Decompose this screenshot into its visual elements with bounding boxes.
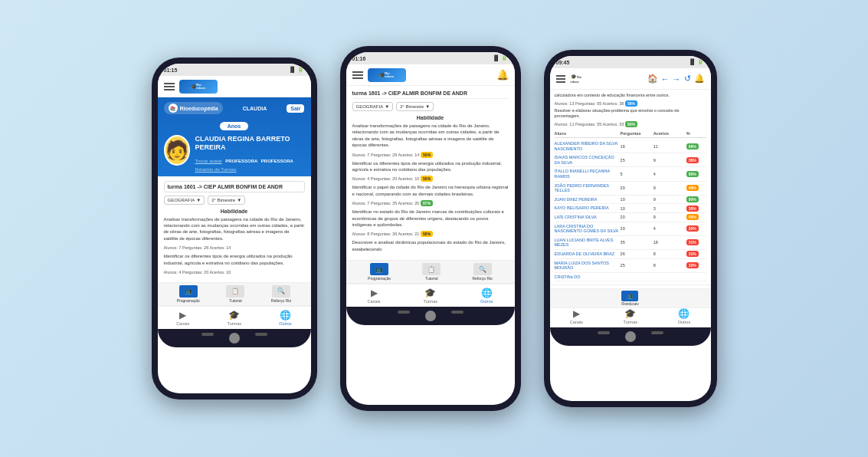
table-row: JUAN DINIZ PEREIRA 10 9 90% (555, 196, 706, 205)
home-btn-2[interactable] (425, 311, 436, 321)
student-name-0: ALEXANDER RIBEIRO DA SILVA NASCIMENTO (555, 141, 621, 151)
table-header-3: Aluno Perguntas Acertos % (555, 130, 706, 138)
top-row-1: 📚 Rioeducopédia CLAUDIA Sair (164, 102, 305, 114)
nav-outros-2[interactable]: 🌐 Outros (480, 288, 493, 304)
stats-row-2-1: Alunos: 7 Perguntas: 28 Acertos: 14 50% (352, 152, 509, 157)
logo-1: 🎓 Rioeduca (179, 80, 218, 94)
home-btn-3[interactable] (625, 331, 636, 342)
footer-programacao[interactable]: 📺 Programação (177, 285, 200, 303)
logo-3: 🎓 Rioeduca (568, 72, 584, 85)
nav-turmas-1[interactable]: 🎓 Turmas (228, 310, 241, 326)
back-btn-3[interactable] (598, 331, 610, 334)
student-name-5: KAYO BELISARIO PEREIRA (555, 205, 621, 211)
table-row: ITALLO RIANELLI PEÇANHA RAMOS 5 4 80% (555, 167, 706, 181)
habilidade-text-2: Identificar os diferentes tipos de energ… (164, 253, 305, 266)
canais-icon-3: ▶ (573, 308, 580, 319)
rioeduco-badge: 📚 Rioeducopédia (164, 102, 223, 114)
stats-row-3-1: Alunos: 13 Perguntas: 65 Acertos: 38 58% (555, 101, 706, 106)
phone-2: 01:16 ▐▌ 🔋 🎓 Rioeduca 🔔 turma 1601 -> CI… (340, 46, 521, 411)
filters-1: GEOGRAFIA ▼ 2° Bimestre ▼ (164, 196, 305, 205)
stats-row-3-2: Alunos: 11 Perguntas: 55 Acertos: 33 60% (555, 122, 706, 127)
student-name-1: ISAIAS MARCOS CONCEIÇÃO DA SILVA (555, 155, 621, 165)
nav-outros-3[interactable]: 🌐 Outros (678, 308, 691, 324)
footer2-reforcorio[interactable]: 🔍 Reforço Rio (472, 263, 492, 281)
nav-canais-3[interactable]: ▶ Canais (570, 308, 583, 324)
nav-bar-2: 🎓 Rioeduca 🔔 (346, 64, 515, 86)
hamburger-icon-2[interactable] (352, 71, 363, 79)
footer-nav-2: 📺 Programação 📋 Tutorial 🔍 Reforço Rio (346, 260, 515, 284)
nav-outros-1[interactable]: 🌐 Outros (279, 310, 292, 326)
habilidade-title-2: Habilidade (352, 115, 509, 120)
pct-badge-1: 50% (232, 245, 244, 251)
relatorio-link[interactable]: Relatório de Turmas (195, 167, 304, 172)
filters-2: GEOGRAFIA ▼ 2° Bimestre ▼ (352, 102, 509, 111)
student-name-7: LARA CRISTINA DO NASCIMENTO GOMES DA SIL… (555, 224, 621, 234)
home-btn-1[interactable] (229, 333, 240, 344)
outros-icon-1: 🌐 (280, 310, 291, 321)
time-3: 09:45 (556, 60, 570, 65)
user-name-1: CLAUDIA (243, 106, 267, 111)
screen3-content: calculadora em contexto de educação fina… (550, 90, 711, 284)
table-row: JOÃO PEDRO FERNANDES TELLES 20 9 45% (555, 182, 706, 196)
bell-icon-2[interactable]: 🔔 (496, 69, 509, 81)
recent-btn-2[interactable] (451, 311, 463, 314)
student-name-6: LAÍS CRISTINA SILVA (555, 215, 621, 220)
table-row: LUAN LUCIANO BRITE ALVES MEZES 35 18 31% (555, 236, 706, 250)
footer-reforcorio[interactable]: 🔍 Reforço Rio (271, 285, 291, 303)
screen2-content: turma 1601 -> CIEP ALMIR BONFIM DE ANDR … (346, 86, 515, 260)
recent-btn-1[interactable] (255, 333, 267, 336)
bottom-nav-3: 📺 Rioeducatv ▶ Canais 🎓 Turmas 🌐 Outros (550, 284, 711, 327)
profile-name-1: CLAUDIA REGINA BARRETO PEREIRA (195, 135, 304, 152)
disciplina-filter-2[interactable]: GEOGRAFIA ▼ (352, 102, 394, 111)
stats-row-2-3: Alunos: 7 Perguntas: 35 Acertos: 20 97% (352, 200, 509, 205)
avatar-1: 🧑 (164, 135, 191, 166)
pct-2-1: 50% (421, 152, 433, 158)
habilidade-text-1: Analisar transformações de paisagens na … (164, 216, 305, 242)
recent-btn-3[interactable] (651, 331, 663, 334)
table-row: CRiSTiNa DO (555, 273, 706, 282)
app-name-1: Rioeducopédia (180, 106, 218, 111)
nav-canais-2[interactable]: ▶ Canais (367, 288, 380, 304)
pct-2-3: 97% (421, 200, 433, 206)
footer-tutorial[interactable]: 📋 Tutorial (226, 285, 244, 303)
forward-arrow-3[interactable]: → (673, 74, 681, 84)
phone-buttons-1 (158, 329, 311, 347)
back-arrow-3[interactable]: ← (661, 74, 670, 84)
turma-title-2: turma 1601 -> CIEP ALMIR BONFIM DE ANDR (352, 90, 509, 99)
pct-badge-2: 50% (232, 269, 244, 275)
profile-section: 🧑 CLAUDIA REGINA BARRETO PEREIRA Trocar … (164, 135, 305, 172)
back-btn-1[interactable] (201, 333, 214, 336)
bimestre-filter-1[interactable]: 2° Bimestre ▼ (208, 196, 245, 205)
bimestre-filter-2[interactable]: 2° Bimestre ▼ (396, 102, 434, 111)
table-row: LAÍS CRISTINA SILVA 20 9 45% (555, 213, 706, 222)
header-1: 📚 Rioeducopédia CLAUDIA Sair Anos 🧑 CLAU… (158, 97, 311, 176)
stats-badge-1: Alunos: 7 Perguntas: 28 Acertos: 14 50% (164, 245, 305, 251)
bottom-nav-2: ▶ Canais 🎓 Turmas 🌐 Outros (346, 284, 515, 307)
back-btn-2[interactable] (398, 311, 410, 314)
bell-icon-3[interactable]: 🔔 (694, 74, 705, 84)
student-name-8: LUAN LUCIANO BRITE ALVES MEZES (555, 238, 621, 248)
hamburger-icon-3[interactable] (556, 75, 565, 83)
student-name-2: ITALLO RIANELLI PEÇANHA RAMOS (555, 169, 621, 179)
stats-row-2-4: Alunos: 8 Perguntas: 36 Acertos: 21 58% (352, 231, 509, 236)
sair-button[interactable]: Sair (287, 104, 304, 113)
professora-text: PROFESSORA (261, 159, 293, 163)
footer3-rioeducatv[interactable]: 📺 Rioeducatv (621, 291, 639, 306)
student-name-9: EDUARDA DE OLIVEIRA BRAZ (555, 252, 621, 257)
canais-icon-2: ▶ (371, 288, 378, 298)
nav-turmas-3[interactable]: 🎓 Turmas (624, 308, 637, 324)
student-name-3: JOÃO PEDRO FERNANDES TELLES (555, 183, 621, 193)
content-area-1: turma 1601 -> CIEP ALMIR BONFIM DE ANDR … (158, 176, 311, 282)
hamburger-icon-1[interactable] (164, 83, 175, 90)
disciplina-filter-1[interactable]: GEOGRAFIA ▼ (164, 196, 205, 205)
nav-canais-1[interactable]: ▶ Canais (176, 310, 189, 326)
pct-3-1: 58% (625, 100, 637, 107)
refresh-icon-3[interactable]: ↺ (684, 74, 691, 84)
student-name-10: MARIA LUIZA DOS SANTOS MOURÃO (555, 261, 621, 271)
home-icon-3[interactable]: 🏠 (647, 74, 658, 84)
nav-turmas-2[interactable]: 🎓 Turmas (424, 288, 437, 304)
trocar-avatar-link[interactable]: Trocar avatar (195, 159, 221, 163)
student-name-4: JUAN DINIZ PEREIRA (555, 197, 621, 202)
footer2-programacao[interactable]: 📺 Programação (368, 263, 391, 281)
footer2-tutorial[interactable]: 📋 Tutorial (422, 263, 441, 281)
